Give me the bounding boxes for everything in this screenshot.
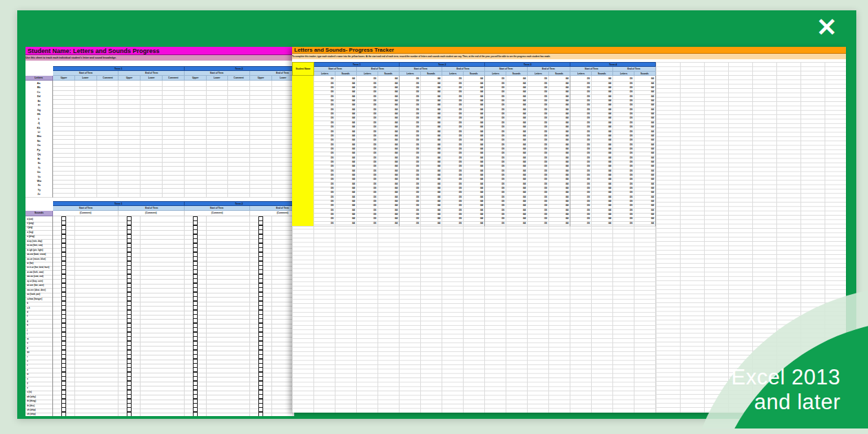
cell-text: /26 — [459, 209, 462, 211]
cell-text: y — [27, 382, 28, 384]
cell-text: /44 — [523, 183, 526, 185]
cell-text: /26 — [630, 169, 632, 172]
cell-text: /26 — [459, 214, 462, 216]
score-cell: /26 — [528, 220, 549, 227]
cell-text: /26 — [373, 214, 376, 216]
cell-text: /26 — [630, 222, 632, 224]
cell-text: /44 — [651, 218, 654, 220]
cell-text: /26 — [416, 121, 419, 123]
cell-text: /44 — [566, 161, 568, 163]
score-cell: /26 — [613, 220, 634, 227]
cell-text: /26 — [502, 161, 504, 163]
checkbox[interactable] — [127, 412, 132, 416]
cell-text: /44 — [608, 121, 611, 123]
cell-text: Sounds — [427, 72, 435, 74]
cell-text: Rr — [37, 158, 40, 161]
cell-text: c-k — [27, 307, 30, 309]
column-header: Upper — [250, 76, 272, 81]
cell-text: (Comment) — [145, 212, 157, 214]
cell-text: /26 — [331, 139, 333, 141]
cell-text: /26 — [331, 82, 333, 84]
cell-text: /44 — [395, 95, 397, 97]
cell-text: /26 — [373, 183, 376, 185]
cell-text: j — [27, 329, 28, 331]
cell-text: Term 2 — [235, 68, 243, 70]
cell-text: /26 — [331, 152, 333, 154]
cell-text: /26 — [331, 95, 333, 97]
cell-text: /26 — [544, 87, 547, 89]
cell-text: /26 — [630, 121, 632, 123]
subterm-header: Start of Term — [314, 67, 357, 72]
cell-text: Uu — [37, 171, 41, 174]
cell-text: /26 — [502, 152, 504, 154]
checkbox[interactable] — [258, 412, 263, 416]
cell-text: /44 — [651, 174, 654, 176]
cell-text: /26 — [630, 183, 632, 185]
cell-text: /26 — [373, 209, 376, 211]
cell-text: /26 — [630, 113, 632, 115]
cell-text: th (this) — [27, 404, 34, 406]
cell-text: /26 — [373, 130, 376, 132]
cell-text: /44 — [437, 169, 440, 172]
cell-text: /26 — [502, 78, 504, 80]
cell-text: /26 — [416, 161, 419, 163]
cell-text: Dd — [37, 96, 41, 99]
checkbox[interactable] — [193, 412, 198, 416]
cell-text: /26 — [459, 121, 462, 123]
cell-text: h — [27, 324, 28, 327]
cell-text: /26 — [502, 126, 504, 128]
cell-text: er-ir-ur (her, bird, hurt) — [27, 267, 49, 269]
cell-text: /26 — [544, 104, 547, 106]
cell-text: /26 — [459, 161, 462, 163]
entry-cell — [272, 192, 294, 198]
cell-text: /26 — [544, 200, 547, 202]
cell-text: n — [27, 342, 28, 344]
cell-text: /26 — [502, 183, 504, 185]
cell-text: /44 — [566, 130, 568, 132]
cell-text: /44 — [608, 100, 611, 102]
cell-text: /44 — [395, 147, 397, 149]
cell-text: (Comment) — [277, 212, 289, 214]
cell-text: /26 — [459, 174, 462, 176]
checkbox-cell — [53, 411, 75, 416]
cell-text: /26 — [416, 156, 419, 158]
comment-header: (Comment) — [250, 211, 294, 216]
checkbox[interactable] — [61, 412, 66, 416]
cell-text: /26 — [459, 147, 462, 149]
cell-text: /44 — [480, 218, 483, 220]
cell-text: /44 — [395, 134, 397, 136]
cell-text: /44 — [395, 214, 397, 216]
cell-text: /26 — [502, 196, 504, 198]
cell-text: /44 — [523, 165, 526, 167]
cell-text: /44 — [352, 121, 355, 123]
cell-text: /26 — [459, 95, 462, 97]
cell-text: /26 — [544, 214, 547, 216]
cell-text: /44 — [608, 108, 611, 110]
cell-text: /26 — [587, 205, 590, 207]
letter-label-cell: Zz — [25, 192, 53, 198]
cell-text: /44 — [480, 143, 483, 145]
cell-text: /44 — [651, 78, 654, 80]
cell-text: (Comment) — [211, 212, 223, 214]
cell-text: /44 — [566, 214, 568, 216]
cell-text: /44 — [523, 130, 526, 132]
cell-text: /44 — [523, 78, 526, 80]
close-icon[interactable]: ✕ — [812, 12, 842, 43]
cell-text: /26 — [544, 121, 547, 123]
term-header: Term 4 — [570, 62, 656, 67]
cell-text: /44 — [608, 117, 611, 119]
cell-text: /44 — [566, 205, 568, 207]
cell-text: /26 — [630, 104, 632, 106]
cell-text: /44 — [651, 108, 654, 110]
cell-text: /44 — [437, 165, 440, 167]
cell-text: /44 — [651, 87, 654, 89]
cell-text: /44 — [352, 222, 355, 224]
cell-text: /26 — [502, 104, 504, 106]
cell-text: /44 — [352, 134, 355, 136]
cell-text: /44 — [566, 178, 568, 180]
entry-cell — [228, 192, 250, 198]
cell-text: /44 — [566, 147, 568, 149]
cell-text: Ll — [38, 131, 40, 134]
left-sheet-title: Student Name: Letters and Sounds Progres… — [25, 47, 294, 55]
cell-text: /44 — [523, 100, 526, 102]
